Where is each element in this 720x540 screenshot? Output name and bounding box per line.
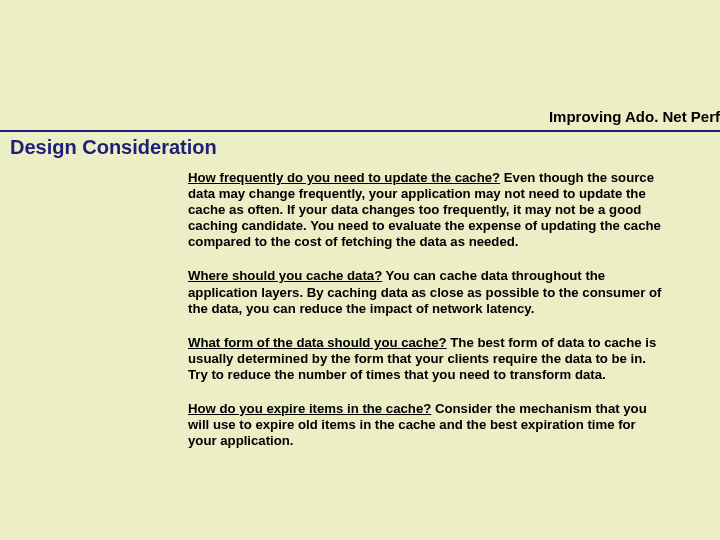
paragraph: Where should you cache data? You can cac…	[188, 268, 666, 316]
paragraph: How do you expire items in the cache? Co…	[188, 401, 666, 449]
paragraph: How frequently do you need to update the…	[188, 170, 666, 250]
header-divider	[0, 130, 720, 132]
paragraph: What form of the data should you cache? …	[188, 335, 666, 383]
body-content: How frequently do you need to update the…	[188, 170, 666, 467]
lead-question: What form of the data should you cache?	[188, 335, 447, 350]
page-title: Design Consideration	[10, 136, 217, 159]
slide: Improving Ado. Net Perf Design Considera…	[0, 0, 720, 540]
breadcrumb: Improving Ado. Net Perf	[549, 108, 720, 125]
lead-question: Where should you cache data?	[188, 268, 382, 283]
lead-question: How frequently do you need to update the…	[188, 170, 500, 185]
lead-question: How do you expire items in the cache?	[188, 401, 431, 416]
